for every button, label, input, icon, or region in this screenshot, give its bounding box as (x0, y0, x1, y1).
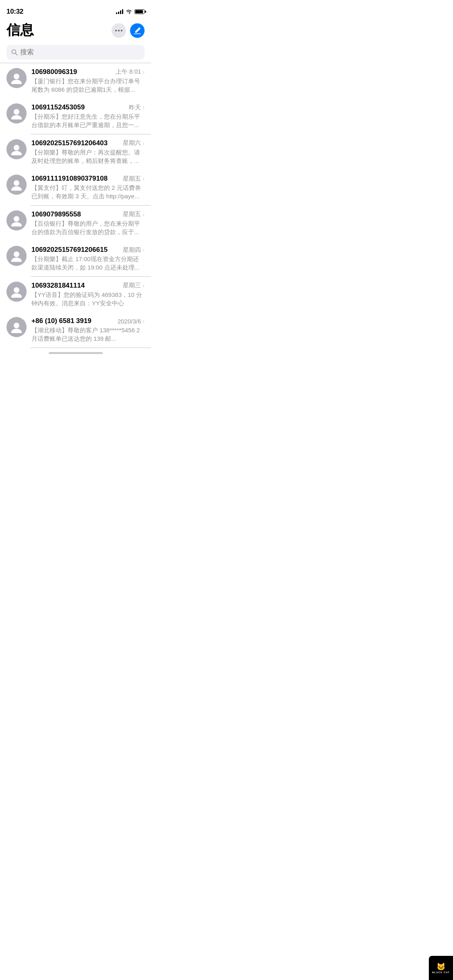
message-content: 1069079895558 星期五 › 【百信银行】尊敬的用户，您在来分期平台的… (31, 210, 145, 236)
svg-point-11 (14, 180, 19, 186)
search-bar[interactable] (6, 45, 145, 60)
message-header: +86 (10) 6581 3919 2020/3/6 › (31, 317, 145, 325)
message-item[interactable]: 1069079895558 星期五 › 【百信银行】尊敬的用户，您在来分期平台的… (0, 206, 151, 241)
signal-icon (116, 9, 123, 14)
message-content: 106980096319 上午 8:01 › 【厦门银行】您在来分期平台办理订单… (31, 68, 145, 94)
home-bar (49, 352, 103, 354)
message-item[interactable]: 10691152453059 昨天 › 【分期乐】您好汪意先生，您在分期乐平台借… (0, 99, 151, 134)
message-meta: 上午 8:01 › (116, 68, 145, 76)
message-time: 2020/3/6 (118, 318, 141, 325)
header-actions (112, 23, 145, 39)
compose-button[interactable] (130, 23, 145, 38)
status-time: 10:32 (6, 8, 23, 16)
message-header: 1069079895558 星期五 › (31, 210, 145, 218)
person-icon (10, 250, 23, 262)
message-meta: 星期五 › (123, 210, 145, 218)
avatar (6, 246, 27, 266)
person-icon (10, 72, 23, 84)
message-header: 10692025157691206403 星期六 › (31, 139, 145, 147)
message-time: 星期四 (123, 246, 141, 254)
message-content: 10692025157691206615 星期四 › 【分期樂】截止 17:00… (31, 246, 145, 272)
message-preview: 【翼支付】叮，翼支付送您的 2 元话费券已到账，有效期 3 天。点击 http:… (31, 183, 145, 200)
message-sender: 1069079895558 (31, 210, 120, 218)
message-preview: 【厦门银行】您在来分期平台办理订单号尾数为 6086 的贷款已逾期1天，根据..… (31, 77, 145, 94)
avatar (6, 317, 27, 337)
message-preview: 【分期樂】截止 17:00现在资金方分期还款渠道陆续关闭，如 19:00 点还未… (31, 255, 145, 272)
person-icon (10, 214, 23, 226)
message-preview: 【YY语音】您的验证码为 469383，10 分钟内有效。消息来自：YY安全中心 (31, 290, 145, 307)
message-meta: 2020/3/6 › (118, 318, 145, 325)
person-icon (10, 321, 23, 333)
message-preview: 【湖北移动】尊敬的客户 138*****5456 2月话费账单已送达您的 139… (31, 326, 145, 343)
svg-point-2 (121, 30, 122, 31)
chevron-right-icon: › (143, 211, 145, 218)
person-icon (10, 143, 23, 155)
message-content: 10691111910890379108 星期五 › 【翼支付】叮，翼支付送您的… (31, 175, 145, 200)
message-time: 上午 8:01 (116, 68, 141, 76)
message-sender: 10693281841114 (31, 282, 120, 290)
status-bar: 10:32 (0, 0, 151, 18)
message-item[interactable]: 10692025157691206403 星期六 › 【分期樂】尊敬的用户：再次… (0, 134, 151, 170)
chevron-right-icon: › (143, 175, 145, 182)
avatar (6, 68, 27, 88)
svg-point-13 (14, 216, 19, 222)
search-input[interactable] (20, 48, 140, 56)
person-icon (10, 286, 23, 298)
message-time: 星期六 (123, 139, 141, 147)
message-time: 星期五 (123, 210, 141, 218)
svg-point-20 (11, 329, 22, 333)
svg-point-14 (11, 222, 22, 226)
message-sender: 10692025157691206615 (31, 246, 120, 254)
svg-point-7 (14, 109, 19, 115)
avatar (6, 282, 27, 302)
svg-line-4 (16, 54, 18, 56)
message-item[interactable]: 10691111910890379108 星期五 › 【翼支付】叮，翼支付送您的… (0, 170, 151, 205)
chevron-right-icon: › (143, 247, 145, 253)
message-sender: 10692025157691206403 (31, 139, 120, 147)
message-meta: 星期五 › (123, 175, 145, 183)
svg-point-16 (11, 257, 22, 262)
svg-point-19 (14, 323, 19, 328)
message-time: 星期五 (123, 175, 141, 183)
message-meta: 昨天 › (129, 104, 145, 111)
chevron-right-icon: › (143, 69, 145, 75)
message-preview: 【分期乐】您好汪意先生，您在分期乐平台借款的本月账单已严重逾期，且您一... (31, 112, 145, 129)
avatar (6, 210, 27, 231)
message-item[interactable]: +86 (10) 6581 3919 2020/3/6 › 【湖北移动】尊敬的客… (0, 312, 151, 348)
message-list: 106980096319 上午 8:01 › 【厦门银行】您在来分期平台办理订单… (0, 63, 151, 348)
svg-point-5 (14, 74, 19, 79)
message-content: +86 (10) 6581 3919 2020/3/6 › 【湖北移动】尊敬的客… (31, 317, 145, 343)
chevron-right-icon: › (143, 104, 145, 111)
battery-icon (134, 9, 145, 14)
svg-point-0 (115, 30, 117, 31)
svg-point-8 (11, 115, 22, 119)
message-header: 10691111910890379108 星期五 › (31, 175, 145, 183)
more-button[interactable] (112, 23, 126, 38)
message-content: 10693281841114 星期三 › 【YY语音】您的验证码为 469383… (31, 282, 145, 307)
wifi-icon (126, 9, 132, 14)
message-time: 星期三 (123, 282, 141, 289)
svg-point-6 (11, 80, 22, 84)
message-header: 106980096319 上午 8:01 › (31, 68, 145, 76)
message-sender: +86 (10) 6581 3919 (31, 317, 114, 325)
svg-point-9 (14, 145, 19, 150)
message-time: 昨天 (129, 104, 141, 111)
chevron-right-icon: › (143, 140, 145, 146)
message-item[interactable]: 10692025157691206615 星期四 › 【分期樂】截止 17:00… (0, 241, 151, 276)
chevron-right-icon: › (143, 318, 145, 324)
status-icons (116, 9, 145, 14)
message-sender: 10691152453059 (31, 103, 126, 111)
message-header: 10691152453059 昨天 › (31, 103, 145, 111)
message-header: 10692025157691206615 星期四 › (31, 246, 145, 254)
message-sender: 10691111910890379108 (31, 175, 120, 183)
message-header: 10693281841114 星期三 › (31, 282, 145, 290)
svg-point-18 (11, 293, 22, 298)
more-dots-icon (115, 30, 122, 31)
message-item[interactable]: 106980096319 上午 8:01 › 【厦门银行】您在来分期平台办理订单… (0, 63, 151, 99)
message-meta: 星期三 › (123, 282, 145, 289)
message-item[interactable]: 10693281841114 星期三 › 【YY语音】您的验证码为 469383… (0, 277, 151, 312)
avatar (6, 103, 27, 124)
header: 信息 (0, 18, 151, 43)
svg-point-15 (14, 251, 19, 257)
svg-point-12 (11, 186, 22, 191)
